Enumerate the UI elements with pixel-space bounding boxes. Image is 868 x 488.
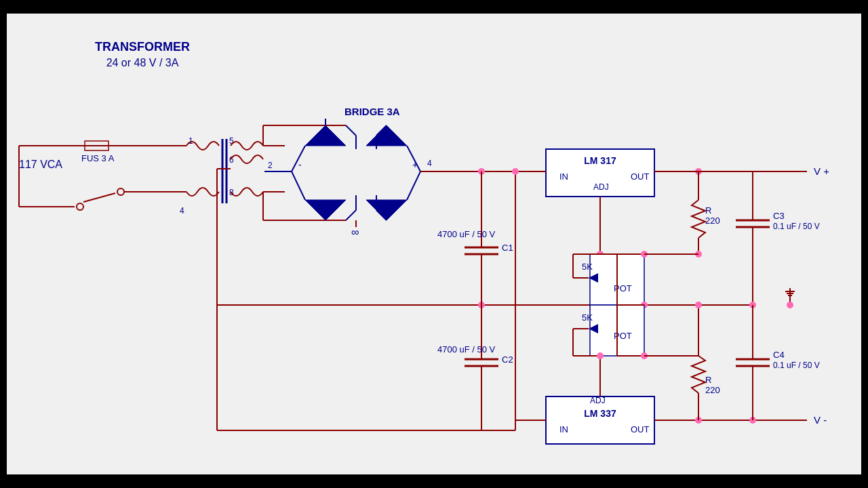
svg-point-7 bbox=[77, 203, 83, 210]
svg-line-8 bbox=[83, 193, 115, 202]
lm317-out: OUT bbox=[631, 171, 650, 182]
cap3-ref: C3 bbox=[773, 211, 785, 221]
pot2-value: 5K bbox=[582, 312, 593, 323]
node4b-label: 4 bbox=[427, 159, 432, 168]
node2-label: 2 bbox=[268, 161, 273, 170]
svg-point-101 bbox=[695, 302, 702, 308]
r1-label: R bbox=[705, 205, 711, 216]
svg-point-98 bbox=[597, 352, 604, 359]
svg-marker-28 bbox=[305, 200, 346, 220]
lm337-label: LM 337 bbox=[584, 408, 616, 419]
voltage-label: 117 VCA bbox=[19, 159, 62, 170]
lm317-in: IN bbox=[559, 171, 568, 182]
circuit-diagram: TRANSFORMER 24 or 48 V / 3A 117 VCA FUS … bbox=[7, 14, 861, 474]
svg-marker-27 bbox=[366, 125, 407, 146]
vplus-label: V + bbox=[814, 165, 829, 177]
svg-marker-24 bbox=[305, 125, 346, 146]
fuse-label: FUS 3 A bbox=[81, 153, 115, 163]
node4-label: 4 bbox=[180, 206, 184, 216]
lm317-label: LM 317 bbox=[584, 155, 616, 166]
r2-value: 220 bbox=[705, 385, 720, 395]
bridge-label: BRIDGE 3A bbox=[344, 106, 400, 117]
lm337-out: OUT bbox=[631, 424, 650, 434]
cap2-ref: C2 bbox=[502, 354, 513, 365]
svg-line-35 bbox=[292, 171, 305, 200]
transformer-title: TRANSFORMER bbox=[95, 40, 190, 54]
lm337-in: IN bbox=[559, 424, 568, 434]
minus-sign: - bbox=[298, 159, 302, 170]
lm337-adj: ADJ bbox=[590, 396, 606, 405]
vminus-label: V - bbox=[814, 414, 827, 426]
lm317-adj: ADJ bbox=[593, 182, 609, 192]
svg-marker-29 bbox=[366, 200, 407, 220]
svg-point-9 bbox=[117, 188, 124, 195]
cap1-ref: C1 bbox=[502, 243, 513, 253]
svg-line-40 bbox=[346, 210, 356, 220]
cap1-value: 4700 uF / 50 V bbox=[437, 229, 496, 239]
cap4-ref: C4 bbox=[773, 350, 785, 360]
cap2-value: 4700 uF / 50 V bbox=[437, 344, 496, 354]
infinity-label: ∞ bbox=[351, 226, 359, 238]
r2-label: R bbox=[705, 375, 711, 385]
svg-point-124 bbox=[787, 302, 793, 308]
r1-value: 220 bbox=[705, 216, 720, 226]
pot1-value: 5K bbox=[582, 262, 593, 272]
svg-line-38 bbox=[407, 171, 420, 200]
cap4-value: 0.1 uF / 50 V bbox=[773, 361, 820, 370]
svg-point-114 bbox=[512, 168, 519, 175]
transformer-spec: 24 or 48 V / 3A bbox=[106, 57, 179, 68]
cap3-value: 0.1 uF / 50 V bbox=[773, 222, 820, 231]
node1-label: 1 bbox=[189, 136, 193, 146]
plus-sign: + bbox=[412, 159, 418, 170]
svg-line-30 bbox=[346, 125, 356, 136]
